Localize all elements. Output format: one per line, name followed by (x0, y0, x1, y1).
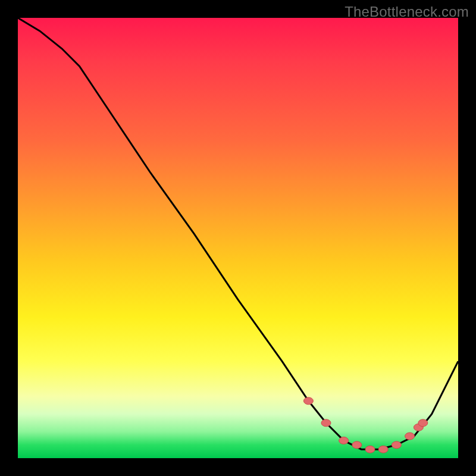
bottleneck-curve (18, 18, 458, 458)
data-points (303, 397, 427, 453)
data-point (392, 441, 401, 449)
data-point (418, 419, 428, 427)
data-point (378, 446, 388, 453)
data-point (303, 397, 313, 405)
chart-frame: TheBottleneck.com (0, 0, 476, 476)
data-point (339, 437, 349, 444)
data-point (352, 441, 362, 449)
data-point (405, 433, 415, 440)
watermark-text: TheBottleneck.com (345, 4, 469, 20)
data-point (365, 446, 375, 453)
data-point (321, 419, 331, 427)
plot-area (18, 18, 458, 458)
curve-line (18, 18, 458, 449)
